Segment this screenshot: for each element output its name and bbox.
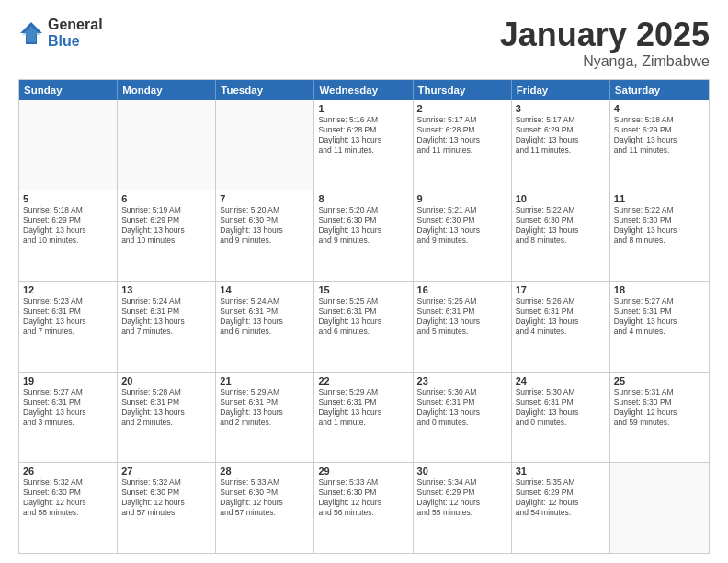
cell-info: Sunrise: 5:28 AM Sunset: 6:31 PM Dayligh…	[121, 387, 211, 428]
cell-day-number: 22	[318, 375, 408, 386]
cell-day-number: 27	[121, 465, 211, 477]
calendar-cell-22: 22Sunrise: 5:29 AM Sunset: 6:31 PM Dayli…	[314, 373, 413, 463]
cell-info: Sunrise: 5:29 AM Sunset: 6:31 PM Dayligh…	[220, 387, 310, 428]
cell-info: Sunrise: 5:27 AM Sunset: 6:31 PM Dayligh…	[23, 387, 113, 428]
cell-day-number: 6	[121, 193, 211, 204]
cell-info: Sunrise: 5:17 AM Sunset: 6:29 PM Dayligh…	[516, 115, 606, 155]
cell-day-number: 1	[318, 103, 408, 114]
cell-day-number: 9	[417, 193, 507, 204]
logo-general: General	[48, 17, 103, 33]
cell-info: Sunrise: 5:26 AM Sunset: 6:31 PM Dayligh…	[516, 296, 606, 337]
cell-day-number: 31	[516, 465, 606, 477]
cell-info: Sunrise: 5:27 AM Sunset: 6:31 PM Dayligh…	[614, 296, 705, 337]
calendar: SundayMondayTuesdayWednesdayThursdayFrid…	[18, 79, 710, 554]
cell-day-number: 26	[23, 465, 113, 477]
cell-info: Sunrise: 5:19 AM Sunset: 6:29 PM Dayligh…	[121, 205, 211, 246]
cell-day-number: 8	[318, 193, 408, 204]
cell-day-number: 16	[417, 284, 507, 295]
cell-day-number: 5	[23, 193, 113, 204]
cell-info: Sunrise: 5:33 AM Sunset: 6:30 PM Dayligh…	[318, 477, 408, 518]
cell-info: Sunrise: 5:30 AM Sunset: 6:31 PM Dayligh…	[516, 387, 606, 428]
cell-day-number: 11	[614, 193, 705, 204]
cell-info: Sunrise: 5:17 AM Sunset: 6:28 PM Dayligh…	[417, 115, 507, 155]
cell-day-number: 19	[23, 375, 113, 386]
cell-info: Sunrise: 5:22 AM Sunset: 6:30 PM Dayligh…	[614, 205, 705, 246]
logo-icon	[18, 20, 44, 46]
cell-day-number: 12	[23, 284, 113, 295]
cell-day-number: 7	[220, 193, 310, 204]
calendar-cell-17: 17Sunrise: 5:26 AM Sunset: 6:31 PM Dayli…	[512, 282, 610, 372]
calendar-cell-4: 4Sunrise: 5:18 AM Sunset: 6:29 PM Daylig…	[610, 100, 709, 190]
cell-info: Sunrise: 5:22 AM Sunset: 6:30 PM Dayligh…	[516, 205, 606, 246]
header-day-tuesday: Tuesday	[216, 80, 314, 100]
cell-day-number: 29	[318, 465, 408, 477]
calendar-page: General Blue January 2025 Nyanga, Zimbab…	[0, 0, 728, 563]
calendar-cell-empty-0-1	[118, 100, 216, 190]
calendar-cell-14: 14Sunrise: 5:24 AM Sunset: 6:31 PM Dayli…	[216, 282, 314, 372]
logo-text: General Blue	[48, 17, 103, 49]
calendar-cell-11: 11Sunrise: 5:22 AM Sunset: 6:30 PM Dayli…	[610, 190, 709, 281]
calendar-cell-30: 30Sunrise: 5:34 AM Sunset: 6:29 PM Dayli…	[414, 463, 512, 553]
cell-day-number: 17	[516, 284, 606, 295]
svg-marker-1	[22, 26, 40, 42]
header-day-friday: Friday	[512, 80, 610, 100]
logo-blue: Blue	[48, 33, 103, 50]
calendar-cell-3: 3Sunrise: 5:17 AM Sunset: 6:29 PM Daylig…	[512, 100, 610, 190]
cell-day-number: 25	[614, 375, 705, 386]
cell-info: Sunrise: 5:18 AM Sunset: 6:29 PM Dayligh…	[23, 205, 113, 246]
calendar-cell-empty-0-2	[216, 100, 314, 190]
calendar-cell-7: 7Sunrise: 5:20 AM Sunset: 6:30 PM Daylig…	[216, 190, 314, 281]
calendar-cell-28: 28Sunrise: 5:33 AM Sunset: 6:30 PM Dayli…	[216, 463, 314, 553]
header-day-sunday: Sunday	[19, 80, 118, 100]
calendar-row-3: 19Sunrise: 5:27 AM Sunset: 6:31 PM Dayli…	[19, 373, 709, 464]
cell-info: Sunrise: 5:33 AM Sunset: 6:30 PM Dayligh…	[220, 477, 310, 518]
cell-info: Sunrise: 5:25 AM Sunset: 6:31 PM Dayligh…	[417, 296, 507, 337]
cell-day-number: 15	[318, 284, 408, 295]
calendar-cell-20: 20Sunrise: 5:28 AM Sunset: 6:31 PM Dayli…	[118, 373, 216, 463]
cell-info: Sunrise: 5:32 AM Sunset: 6:30 PM Dayligh…	[23, 477, 113, 518]
cell-info: Sunrise: 5:20 AM Sunset: 6:30 PM Dayligh…	[318, 205, 408, 246]
logo: General Blue	[18, 17, 103, 49]
calendar-cell-16: 16Sunrise: 5:25 AM Sunset: 6:31 PM Dayli…	[414, 282, 512, 372]
cell-day-number: 4	[614, 103, 705, 114]
cell-info: Sunrise: 5:30 AM Sunset: 6:31 PM Dayligh…	[417, 387, 507, 428]
calendar-cell-23: 23Sunrise: 5:30 AM Sunset: 6:31 PM Dayli…	[414, 373, 512, 463]
calendar-row-2: 12Sunrise: 5:23 AM Sunset: 6:31 PM Dayli…	[19, 282, 709, 373]
cell-day-number: 13	[121, 284, 211, 295]
header: General Blue January 2025 Nyanga, Zimbab…	[18, 17, 710, 70]
calendar-cell-8: 8Sunrise: 5:20 AM Sunset: 6:30 PM Daylig…	[314, 190, 413, 281]
cell-day-number: 2	[417, 103, 507, 114]
cell-day-number: 3	[516, 103, 606, 114]
calendar-cell-empty-4-6	[610, 463, 709, 553]
cell-day-number: 18	[614, 284, 705, 295]
calendar-cell-27: 27Sunrise: 5:32 AM Sunset: 6:30 PM Dayli…	[118, 463, 216, 553]
calendar-row-4: 26Sunrise: 5:32 AM Sunset: 6:30 PM Dayli…	[19, 463, 709, 553]
calendar-cell-29: 29Sunrise: 5:33 AM Sunset: 6:30 PM Dayli…	[314, 463, 413, 553]
cell-day-number: 23	[417, 375, 507, 386]
calendar-cell-21: 21Sunrise: 5:29 AM Sunset: 6:31 PM Dayli…	[216, 373, 314, 463]
calendar-cell-13: 13Sunrise: 5:24 AM Sunset: 6:31 PM Dayli…	[118, 282, 216, 372]
calendar-cell-10: 10Sunrise: 5:22 AM Sunset: 6:30 PM Dayli…	[512, 190, 610, 281]
calendar-cell-6: 6Sunrise: 5:19 AM Sunset: 6:29 PM Daylig…	[118, 190, 216, 281]
header-day-wednesday: Wednesday	[314, 80, 413, 100]
cell-info: Sunrise: 5:34 AM Sunset: 6:29 PM Dayligh…	[417, 477, 507, 518]
cell-day-number: 20	[121, 375, 211, 386]
calendar-cell-12: 12Sunrise: 5:23 AM Sunset: 6:31 PM Dayli…	[19, 282, 118, 372]
calendar-cell-1: 1Sunrise: 5:16 AM Sunset: 6:28 PM Daylig…	[314, 100, 413, 190]
cell-info: Sunrise: 5:21 AM Sunset: 6:30 PM Dayligh…	[417, 205, 507, 246]
cell-info: Sunrise: 5:24 AM Sunset: 6:31 PM Dayligh…	[220, 296, 310, 337]
title-block: January 2025 Nyanga, Zimbabwe	[500, 17, 710, 70]
cell-day-number: 24	[516, 375, 606, 386]
cell-info: Sunrise: 5:23 AM Sunset: 6:31 PM Dayligh…	[23, 296, 113, 337]
calendar-cell-2: 2Sunrise: 5:17 AM Sunset: 6:28 PM Daylig…	[414, 100, 512, 190]
calendar-cell-31: 31Sunrise: 5:35 AM Sunset: 6:29 PM Dayli…	[512, 463, 610, 553]
calendar-cell-25: 25Sunrise: 5:31 AM Sunset: 6:30 PM Dayli…	[610, 373, 709, 463]
cell-info: Sunrise: 5:20 AM Sunset: 6:30 PM Dayligh…	[220, 205, 310, 246]
calendar-cell-26: 26Sunrise: 5:32 AM Sunset: 6:30 PM Dayli…	[19, 463, 118, 553]
calendar-header: SundayMondayTuesdayWednesdayThursdayFrid…	[19, 80, 709, 100]
cell-info: Sunrise: 5:16 AM Sunset: 6:28 PM Dayligh…	[318, 115, 408, 155]
calendar-row-0: 1Sunrise: 5:16 AM Sunset: 6:28 PM Daylig…	[19, 100, 709, 191]
calendar-row-1: 5Sunrise: 5:18 AM Sunset: 6:29 PM Daylig…	[19, 190, 709, 282]
cell-day-number: 28	[220, 465, 310, 477]
calendar-cell-18: 18Sunrise: 5:27 AM Sunset: 6:31 PM Dayli…	[610, 282, 709, 372]
